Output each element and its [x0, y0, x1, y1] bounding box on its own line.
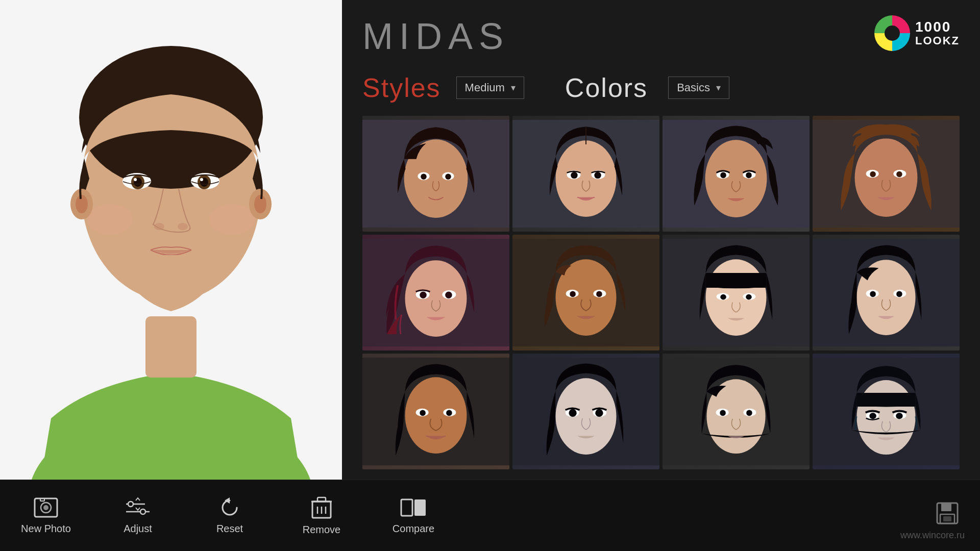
svg-point-83 — [595, 409, 603, 417]
svg-point-29 — [555, 140, 616, 217]
hairstyle-item-1[interactable] — [362, 116, 509, 232]
remove-icon — [310, 495, 333, 520]
svg-point-19 — [76, 195, 88, 213]
controls-row: Styles Medium ▾ Colors Basics ▾ — [362, 72, 960, 103]
svg-point-9 — [134, 178, 137, 181]
svg-rect-116 — [941, 503, 951, 511]
svg-point-52 — [445, 292, 452, 298]
logo-icon — [874, 15, 910, 51]
svg-rect-61 — [705, 273, 766, 288]
hairstyle-item-4[interactable] — [813, 116, 960, 232]
compare-icon — [400, 496, 427, 519]
reset-button[interactable]: Reset — [204, 496, 255, 535]
svg-point-56 — [570, 291, 576, 297]
svg-point-87 — [720, 410, 726, 416]
svg-point-60 — [705, 259, 766, 336]
toolbar: New Photo Adjust Reset — [0, 480, 980, 551]
remove-label: Remove — [303, 524, 340, 536]
svg-point-38 — [720, 172, 726, 179]
svg-point-73 — [405, 377, 467, 454]
hairstyle-item-9[interactable] — [362, 354, 509, 469]
reset-label: Reset — [216, 523, 243, 535]
colors-dropdown-arrow: ▾ — [716, 82, 721, 93]
right-panel: MIDAS 1000 LOOKZ Styles Medium ▾ Colors … — [342, 0, 980, 480]
hairstyle-grid — [362, 116, 960, 469]
svg-point-69 — [870, 291, 876, 297]
svg-rect-92 — [856, 393, 915, 407]
logo-container: 1000 LOOKZ — [874, 15, 960, 51]
svg-point-91 — [856, 380, 915, 455]
styles-dropdown-value: Medium — [465, 81, 505, 94]
watermark: www.wincore.ru — [900, 530, 965, 541]
svg-point-40 — [746, 172, 752, 179]
svg-rect-100 — [40, 498, 44, 501]
save-button[interactable] — [935, 501, 960, 531]
styles-dropdown[interactable]: Medium ▾ — [456, 77, 524, 99]
svg-point-21 — [254, 195, 266, 213]
hairstyle-item-10[interactable] — [512, 354, 659, 469]
hairstyle-item-5[interactable] — [362, 235, 509, 350]
svg-point-104 — [140, 509, 145, 514]
svg-point-89 — [746, 410, 752, 416]
hairstyle-item-12[interactable] — [813, 354, 960, 469]
svg-point-101 — [128, 502, 133, 507]
svg-point-65 — [746, 294, 752, 300]
svg-point-96 — [896, 413, 902, 419]
svg-point-63 — [720, 294, 726, 300]
adjust-button[interactable]: Adjust — [112, 496, 163, 535]
new-photo-icon — [33, 496, 59, 519]
svg-point-44 — [870, 171, 876, 178]
svg-point-27 — [445, 174, 451, 180]
hairstyle-item-8[interactable] — [813, 235, 960, 350]
new-photo-button[interactable]: New Photo — [20, 496, 71, 535]
hairstyle-item-2[interactable] — [512, 116, 659, 232]
reset-icon — [217, 496, 242, 519]
styles-section-title: Styles — [362, 72, 441, 103]
svg-point-99 — [43, 505, 48, 510]
colors-section-title: Colors — [565, 72, 648, 103]
svg-point-16 — [87, 204, 133, 235]
svg-point-50 — [420, 292, 426, 298]
adjust-icon — [125, 496, 151, 519]
svg-point-58 — [596, 291, 602, 297]
save-icon — [935, 501, 960, 525]
styles-dropdown-arrow: ▾ — [511, 82, 516, 93]
svg-point-34 — [594, 172, 601, 179]
svg-point-71 — [896, 291, 902, 297]
photo-panel — [0, 0, 342, 480]
svg-point-79 — [555, 378, 616, 455]
svg-point-15 — [178, 223, 188, 230]
svg-rect-2 — [145, 316, 197, 378]
colors-dropdown-value: Basics — [677, 81, 710, 94]
svg-point-77 — [446, 410, 452, 416]
svg-point-17 — [209, 204, 255, 235]
svg-point-46 — [896, 171, 902, 178]
svg-rect-113 — [401, 499, 412, 516]
remove-button[interactable]: Remove — [296, 495, 347, 536]
hairstyle-item-6[interactable] — [512, 235, 659, 350]
compare-label: Compare — [393, 523, 434, 535]
svg-rect-109 — [317, 497, 326, 502]
svg-point-25 — [421, 174, 427, 180]
app-header: MIDAS 1000 LOOKZ — [362, 15, 960, 57]
colors-dropdown[interactable]: Basics ▾ — [668, 77, 729, 99]
new-photo-label: New Photo — [21, 523, 71, 535]
app-title: MIDAS — [362, 15, 509, 57]
hairstyle-item-3[interactable] — [663, 116, 810, 232]
svg-rect-114 — [414, 499, 426, 516]
compare-button[interactable]: Compare — [388, 496, 439, 535]
logo-text: 1000 LOOKZ — [915, 19, 960, 47]
svg-point-32 — [571, 172, 577, 179]
svg-point-14 — [154, 223, 164, 230]
svg-point-48 — [405, 260, 467, 337]
svg-point-81 — [569, 409, 576, 417]
svg-point-13 — [200, 178, 203, 181]
hairstyle-item-11[interactable] — [663, 354, 810, 469]
hairstyle-item-7[interactable] — [663, 235, 810, 350]
svg-point-36 — [705, 140, 767, 217]
svg-point-42 — [855, 138, 918, 217]
subject-photo — [0, 0, 342, 480]
svg-point-94 — [869, 413, 876, 419]
adjust-label: Adjust — [124, 523, 152, 535]
svg-rect-118 — [943, 516, 951, 521]
